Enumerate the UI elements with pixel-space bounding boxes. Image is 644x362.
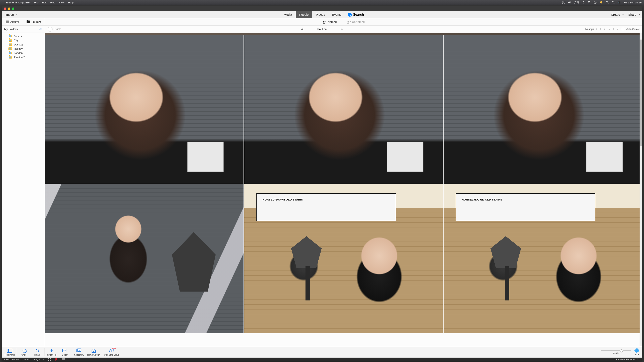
auto-curate-checkbox[interactable] (622, 28, 624, 30)
status-daterange: Jul 2021 – Aug 2023 (23, 358, 44, 361)
menubar-view[interactable]: View (59, 1, 64, 4)
tab-events[interactable]: Events (329, 11, 345, 18)
slideshow-icon (76, 349, 82, 353)
window-close-button[interactable] (4, 7, 6, 10)
hide-panel-icon (7, 349, 12, 353)
zoom-slider[interactable] (601, 350, 631, 351)
status-grid-icon[interactable] (48, 358, 51, 361)
menubar-file[interactable]: File (34, 1, 38, 4)
photo-thumbnail[interactable] (444, 35, 642, 184)
svg-point-2 (589, 3, 589, 3)
back-button[interactable]: ‹ Back (45, 27, 64, 31)
svg-point-12 (348, 21, 349, 22)
next-person-button[interactable]: ▶ (341, 27, 343, 31)
menubar-help[interactable]: Help (68, 1, 74, 4)
time-machine-icon[interactable] (594, 1, 597, 4)
svg-rect-25 (50, 360, 51, 361)
undo-button[interactable]: Undo (17, 347, 30, 357)
search-button[interactable]: Search (348, 13, 364, 17)
import-label: Import (6, 13, 14, 16)
named-toggle[interactable]: Named (322, 20, 337, 23)
folder-item[interactable]: Paulina 2 (2, 55, 45, 59)
zoom-slider-thumb[interactable] (620, 349, 623, 352)
ratings-stars[interactable]: ★ ★ ★ ★ ★ (599, 27, 620, 30)
spotlight-icon[interactable] (606, 1, 609, 4)
menubar-find[interactable]: Find (50, 1, 55, 4)
main-toolbar: Import ▼ Media People Places Events Sear… (2, 11, 642, 18)
folder-item[interactable]: Assets (2, 34, 45, 38)
instant-fix-button[interactable]: Instant Fix (45, 347, 58, 357)
status-list-icon[interactable] (62, 358, 64, 361)
svg-point-8 (618, 1, 620, 3)
info-button[interactable]: Info (635, 349, 639, 356)
upload-to-cloud-button[interactable]: New Upload to Cloud (102, 347, 121, 357)
photo-thumbnail[interactable] (45, 35, 244, 184)
window-zoom-button[interactable] (12, 7, 14, 10)
photo-thumbnail[interactable] (244, 35, 443, 184)
undo-icon (21, 349, 26, 353)
person-pager: ◀ Paulina ▶ (301, 27, 343, 31)
main-body: Assets City Desktop Holiday London Pauli… (2, 33, 642, 347)
status-selection: 1 Item selected (4, 358, 19, 361)
folder-icon (9, 47, 12, 50)
tab-media[interactable]: Media (280, 11, 296, 18)
folder-label: City (14, 39, 18, 42)
photo-thumbnail[interactable]: HORSELYDOWN OLD STAIRS (444, 184, 642, 333)
home-screen-button[interactable]: Home Screen (86, 347, 102, 357)
svg-rect-6 (612, 1, 614, 2)
chevron-down-icon: ▼ (638, 14, 640, 16)
control-center-icon[interactable] (612, 1, 615, 4)
folders-tab[interactable]: Folders (23, 18, 45, 25)
menubar-clock[interactable]: Fri 1 Sep 09:29 (624, 1, 642, 4)
unnamed-toggle[interactable]: ? UnNamed (347, 20, 365, 23)
search-label: Search (353, 13, 364, 16)
sidebar-view-toggle-icon[interactable]: ⇄≡ (39, 28, 42, 30)
rotate-button[interactable]: Rotate (30, 347, 44, 357)
scrollbar-thumb[interactable] (640, 39, 642, 146)
hide-panel-button[interactable]: Hide Panel (3, 347, 16, 357)
status-flag-icon[interactable] (55, 358, 58, 361)
photo-thumbnail[interactable] (45, 184, 244, 333)
folder-label: Paulina 2 (14, 56, 25, 59)
import-button[interactable]: Import ▼ (4, 12, 19, 17)
folder-item[interactable]: Holiday (2, 47, 45, 51)
folders-label: Folders (32, 20, 41, 23)
info-label: Info (635, 353, 639, 356)
svg-rect-23 (50, 358, 51, 359)
sign-text: HORSELYDOWN OLD STAIRS (462, 198, 502, 201)
svg-rect-7 (613, 2, 615, 3)
status-app-link[interactable]: Premiere Elements 20… (616, 358, 640, 361)
svg-rect-21 (93, 351, 94, 353)
menu-extra-icon[interactable] (562, 1, 565, 4)
photo-thumbnail[interactable]: HORSELYDOWN OLD STAIRS (244, 184, 443, 333)
tab-people[interactable]: People (296, 11, 312, 18)
equipment-icon (480, 229, 535, 301)
tab-places[interactable]: Places (312, 11, 329, 18)
siri-icon[interactable] (618, 1, 621, 4)
volume-icon[interactable] (568, 1, 571, 4)
sign-text: HORSELYDOWN OLD STAIRS (262, 198, 303, 201)
albums-label: Albums (10, 20, 20, 23)
create-button[interactable]: Create ▼ (611, 13, 624, 16)
share-button[interactable]: Share ▼ (628, 13, 640, 16)
keyboard-layout-indicator[interactable]: GB (574, 1, 578, 4)
window-minimize-button[interactable] (8, 7, 10, 10)
wifi-icon[interactable] (588, 1, 591, 4)
create-label: Create (611, 13, 620, 16)
menubar-edit[interactable]: Edit (42, 1, 46, 4)
equipment-icon (280, 229, 336, 301)
menubar-app-name[interactable]: Elements Organizer (6, 1, 30, 4)
vertical-scrollbar[interactable] (640, 33, 642, 346)
prev-person-button[interactable]: ◀ (301, 27, 303, 31)
svg-point-18 (64, 350, 64, 350)
ratings-operator-icon[interactable]: ≥ (596, 28, 597, 30)
svg-rect-0 (562, 1, 563, 3)
slideshow-button[interactable]: Slideshow (72, 347, 86, 357)
folder-item[interactable]: London (2, 51, 45, 55)
folder-item[interactable]: City (2, 38, 45, 42)
editor-button[interactable]: Editor (58, 347, 72, 357)
bluetooth-icon[interactable] (582, 1, 585, 4)
notification-center-icon[interactable] (600, 1, 603, 4)
albums-tab[interactable]: Albums (2, 18, 23, 25)
folder-item[interactable]: Desktop (2, 42, 45, 47)
